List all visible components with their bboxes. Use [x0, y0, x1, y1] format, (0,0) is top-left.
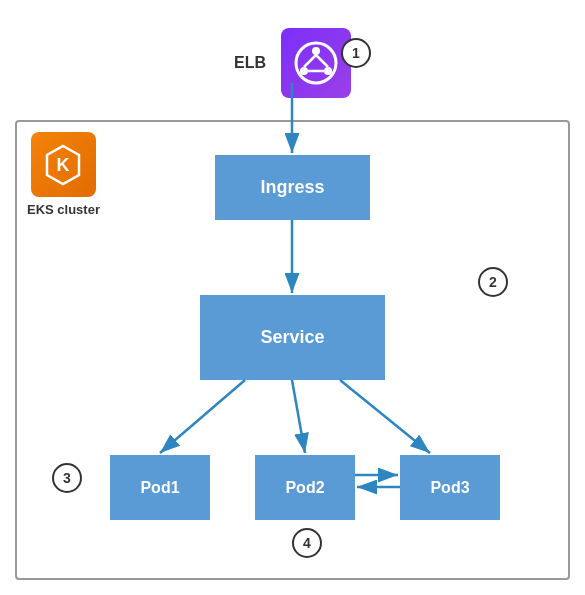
service-label: Service	[260, 327, 324, 348]
diagram-container: ELB 1	[0, 0, 585, 595]
svg-line-5	[316, 55, 328, 67]
pod2-box: Pod2	[255, 455, 355, 520]
elb-group: ELB 1	[234, 28, 351, 98]
badge-2: 2	[478, 267, 508, 297]
eks-icon-wrapper: K EKS cluster	[27, 132, 100, 217]
ingress-label: Ingress	[260, 177, 324, 198]
pod3-label: Pod3	[430, 479, 469, 497]
pod1-label: Pod1	[140, 479, 179, 497]
elb-label: ELB	[234, 54, 266, 72]
ingress-box: Ingress	[215, 155, 370, 220]
svg-text:K: K	[57, 155, 70, 175]
pod3-box: Pod3	[400, 455, 500, 520]
badge-1: 1	[341, 38, 371, 68]
badge-3: 3	[52, 463, 82, 493]
eks-label: EKS cluster	[27, 202, 100, 217]
pod1-box: Pod1	[110, 455, 210, 520]
svg-point-2	[300, 67, 308, 75]
badge-4: 4	[292, 528, 322, 558]
elb-area: ELB 1	[0, 10, 585, 115]
service-box: Service	[200, 295, 385, 380]
pod2-label: Pod2	[285, 479, 324, 497]
svg-line-4	[304, 55, 316, 67]
eks-icon: K	[31, 132, 96, 197]
svg-point-1	[312, 47, 320, 55]
svg-point-3	[324, 67, 332, 75]
elb-icon	[281, 28, 351, 98]
